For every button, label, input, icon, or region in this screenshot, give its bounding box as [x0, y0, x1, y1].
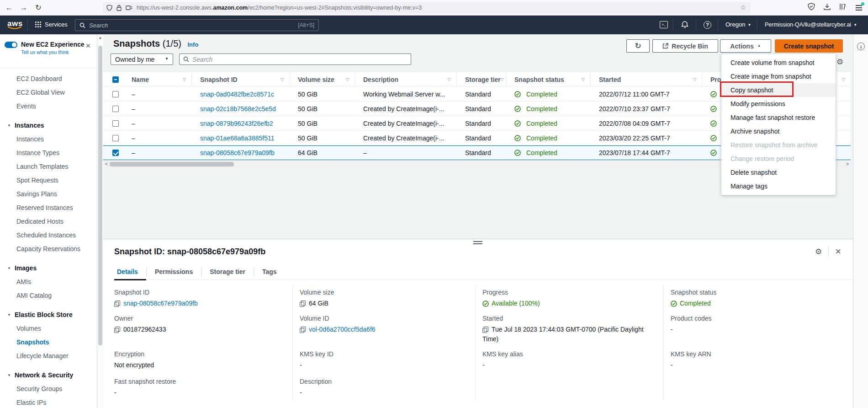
filter-icon[interactable]: ▽: [448, 77, 451, 82]
details-settings-gear-icon[interactable]: ⚙: [815, 247, 822, 257]
filter-icon[interactable]: ▽: [582, 77, 585, 82]
help-icon[interactable]: ?: [704, 21, 711, 29]
panel-drag-handle[interactable]: [473, 241, 482, 246]
refresh-button[interactable]: ↻: [626, 39, 650, 53]
filter-icon[interactable]: ▽: [281, 77, 284, 82]
snapshot-id-link[interactable]: snap-02c18b7568e2c5e5d: [200, 105, 276, 113]
sidebar-item-snapshots[interactable]: Snapshots: [0, 335, 97, 349]
row-checkbox[interactable]: [112, 91, 119, 97]
sidebar-item-spot-requests[interactable]: Spot Requests: [0, 173, 97, 187]
aws-search-input[interactable]: [89, 22, 298, 29]
copy-icon[interactable]: [482, 327, 488, 333]
snapshot-id-link[interactable]: snap-0ad0482fbe2c8571c: [200, 91, 274, 98]
snapshot-search-input[interactable]: [192, 56, 407, 63]
snapshot-search[interactable]: [179, 54, 411, 65]
sidebar-item-savings-plans[interactable]: Savings Plans: [0, 187, 97, 201]
services-menu[interactable]: Services: [35, 21, 68, 28]
row-checkbox[interactable]: [112, 135, 119, 141]
sidebar-section-images[interactable]: Images: [0, 261, 97, 275]
filter-icon[interactable]: ▽: [693, 77, 696, 82]
account-menu[interactable]: Permission-QA/llu@stellarcyber.ai: [765, 21, 857, 28]
tab-permissions[interactable]: Permissions: [147, 264, 201, 280]
sidebar-item-dedicated-hosts[interactable]: Dedicated Hosts: [0, 215, 97, 228]
vertical-scrollbar[interactable]: ▲: [97, 34, 103, 408]
menu-item-manage-fast-snapshot-restore[interactable]: Manage fast snapshot restore: [721, 111, 836, 124]
snapshot-id-link[interactable]: snap-08058c67e979a09fb: [123, 300, 198, 307]
copy-icon[interactable]: [300, 327, 305, 333]
filter-icon[interactable]: ▽: [501, 77, 504, 82]
filter-icon[interactable]: ▽: [183, 77, 186, 82]
browser-forward-icon[interactable]: →: [18, 2, 29, 13]
create-snapshot-button[interactable]: Create snapshot: [775, 39, 843, 53]
aws-logo[interactable]: aws: [7, 19, 23, 28]
menu-item-modify-permissions[interactable]: Modify permissions: [721, 97, 836, 111]
experience-toggle[interactable]: [5, 42, 17, 48]
tab-storage-tier[interactable]: Storage tier: [201, 264, 254, 280]
snapshot-id-link[interactable]: snap-0879b96243f26efb2: [200, 120, 273, 127]
sidebar-item-capacity-reservations[interactable]: Capacity Reservations: [0, 242, 97, 256]
column-header-snapshot-status[interactable]: Snapshot status▽: [506, 72, 591, 86]
column-header-description[interactable]: Description▽: [355, 72, 457, 86]
sidebar-section-instances[interactable]: Instances: [0, 118, 97, 132]
bookmark-star-icon[interactable]: ☆: [740, 4, 746, 11]
recycle-bin-button[interactable]: Recycle Bin: [652, 39, 718, 53]
sidebar-item-ec2-global-view[interactable]: EC2 Global View: [0, 86, 97, 99]
menu-item-archive-snapshot[interactable]: Archive snapshot: [721, 124, 836, 138]
info-icon[interactable]: i: [857, 43, 865, 50]
sidebar-item-events[interactable]: Events: [0, 99, 97, 113]
details-close-icon[interactable]: ×: [835, 247, 841, 256]
sidebar-item-scheduled-instances[interactable]: Scheduled Instances: [0, 228, 97, 242]
cloudshell-icon[interactable]: >_: [660, 21, 668, 28]
sidebar-item-ami-catalog[interactable]: AMI Catalog: [0, 289, 97, 302]
sidebar-item-instances[interactable]: Instances: [0, 132, 97, 146]
sidebar-item-amis[interactable]: AMIs: [0, 275, 97, 289]
column-header-storage-tier[interactable]: Storage tier▽: [457, 72, 506, 86]
scroll-up-icon[interactable]: ▲: [97, 36, 103, 40]
sidebar-item-elastic-ips[interactable]: Elastic IPs: [0, 396, 97, 408]
browser-reload-icon[interactable]: ↻: [33, 2, 44, 13]
tab-details[interactable]: Details: [114, 264, 146, 280]
row-checkbox[interactable]: [112, 106, 119, 112]
sidebar-item-ec2-dashboard[interactable]: EC2 Dashboard: [0, 72, 97, 86]
sidebar-item-lifecycle-manager[interactable]: Lifecycle Manager: [0, 349, 97, 363]
browser-back-icon[interactable]: ←: [4, 2, 15, 13]
column-header-snapshot-id[interactable]: Snapshot ID▽: [192, 72, 290, 86]
menu-item-delete-snapshot[interactable]: Delete snapshot: [721, 166, 836, 179]
sidebar-item-reserved-instances[interactable]: Reserved Instances: [0, 201, 97, 215]
scrollbar-thumb[interactable]: [98, 46, 102, 345]
scrollbar-thumb[interactable]: [110, 162, 234, 166]
select-all-checkbox[interactable]: [112, 76, 119, 83]
protection-shield-icon[interactable]: [808, 3, 817, 12]
snapshot-id-link[interactable]: snap-08058c67e979a09fb: [200, 149, 275, 156]
scroll-right-icon[interactable]: >: [844, 161, 851, 167]
sidebar-item-launch-templates[interactable]: Launch Templates: [0, 160, 97, 173]
sidebar-item-volumes[interactable]: Volumes: [0, 322, 97, 335]
aws-search[interactable]: [Alt+S]: [75, 19, 319, 31]
table-settings-gear-icon[interactable]: ⚙: [836, 57, 843, 67]
column-header-name[interactable]: Name▽: [123, 72, 192, 86]
downloads-icon[interactable]: [823, 3, 832, 12]
filter-icon[interactable]: ▽: [346, 77, 349, 82]
ownership-filter-dropdown[interactable]: Owned by me: [111, 54, 173, 65]
column-header-volume-size[interactable]: Volume size▽: [290, 72, 355, 86]
region-selector[interactable]: Oregon: [725, 21, 751, 28]
sidebar-item-security-groups[interactable]: Security Groups: [0, 382, 97, 396]
notifications-bell-icon[interactable]: [681, 21, 688, 30]
sidebar-section-elastic-block-store[interactable]: Elastic Block Store: [0, 308, 97, 322]
info-link[interactable]: Info: [188, 41, 199, 48]
tab-tags[interactable]: Tags: [254, 264, 285, 280]
sidebar-section-network-security[interactable]: Network & Security: [0, 368, 97, 382]
close-icon[interactable]: ×: [85, 43, 90, 49]
column-header-started[interactable]: Started▽: [591, 72, 702, 86]
url-bar[interactable]: https://us-west-2.console.aws.amazon.com…: [103, 2, 751, 14]
actions-button[interactable]: Actions: [720, 39, 771, 53]
snapshot-id-link[interactable]: snap-01ae68a6a3885f511: [200, 134, 274, 142]
library-icon[interactable]: [839, 3, 848, 12]
menu-item-manage-tags[interactable]: Manage tags: [721, 179, 836, 193]
row-checkbox[interactable]: [112, 150, 119, 156]
copy-icon[interactable]: [114, 301, 120, 306]
copy-icon[interactable]: [114, 327, 120, 333]
sidebar-item-instance-types[interactable]: Instance Types: [0, 146, 97, 160]
volume-id-link[interactable]: vol-0d6a2700ccf5da6f6: [309, 326, 376, 333]
copy-icon[interactable]: [300, 301, 305, 306]
